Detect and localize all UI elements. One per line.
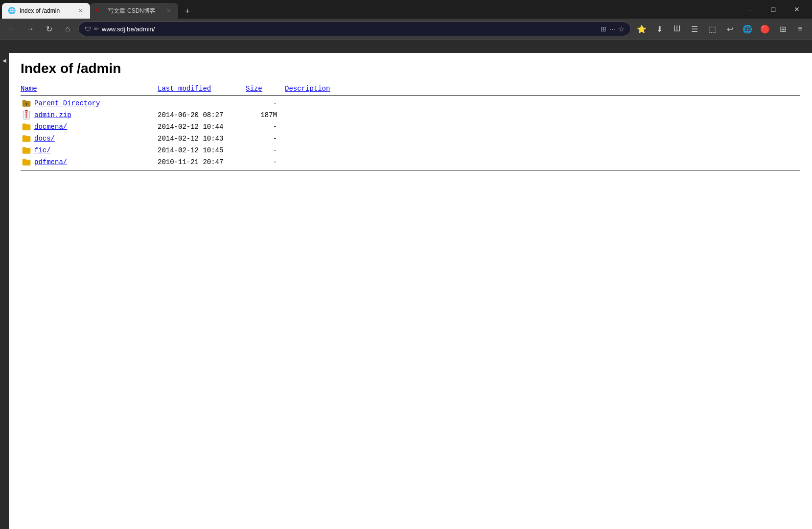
address-bar[interactable]: 🛡 ✏ www.sdj.be/admin/ ⊞ ··· ☆ xyxy=(78,22,631,36)
folder-icon-pdfmena xyxy=(21,157,32,167)
docmena-link[interactable]: docmena/ xyxy=(34,123,67,131)
col-size-header: Size xyxy=(246,84,285,93)
size-sort-link[interactable]: Size xyxy=(246,85,262,93)
adminzip-link[interactable]: admin.zip xyxy=(34,111,71,119)
size-cell-fic: - xyxy=(246,146,285,154)
size-cell-adminzip: 187M xyxy=(246,111,285,119)
sidebar-strip-item-1: ◀ xyxy=(1,57,8,64)
size-cell-docmena: - xyxy=(246,123,285,131)
modified-cell-fic: 2014-02-12 10:45 xyxy=(158,146,246,154)
name-cell-fic: fic/ xyxy=(21,145,158,155)
modified-cell-pdfmena: 2010-11-21 20:47 xyxy=(158,158,246,166)
tab-bar-row: 🌐 Index of /admin ✕ C 写文章-CSDN博客 ✕ + — □… xyxy=(0,0,812,19)
table-row: fic/ 2014-02-12 10:45 - xyxy=(21,144,800,156)
size-cell-parent: - xyxy=(246,99,285,107)
svg-rect-1 xyxy=(25,110,28,112)
zip-file-icon xyxy=(21,110,32,120)
tab-close-admin[interactable]: ✕ xyxy=(76,7,84,15)
qr-icon[interactable]: ⊞ xyxy=(601,25,606,33)
new-tab-button[interactable]: + xyxy=(180,4,195,19)
security-icon: ✏ xyxy=(94,25,99,32)
name-cell-docs: docs/ xyxy=(21,134,158,144)
modified-cell-docs: 2014-02-12 10:43 xyxy=(158,135,246,143)
avatar-icon[interactable]: 🔴 xyxy=(757,21,773,37)
tab-label-csdn: 写文章-CSDN博客 xyxy=(108,7,161,15)
modified-sort-link[interactable]: Last modified xyxy=(158,85,211,93)
svg-rect-3 xyxy=(25,112,27,114)
globe-icon[interactable]: 🌐 xyxy=(740,21,755,37)
screenshot-icon[interactable]: ⬚ xyxy=(704,21,720,37)
folder-icon-fic xyxy=(21,145,32,155)
table-row: admin.zip 2014-06-20 08:27 187M xyxy=(21,109,800,121)
name-cell-docmena: docmena/ xyxy=(21,122,158,132)
name-cell-pdfmena: pdfmena/ xyxy=(21,157,158,167)
back-history-icon[interactable]: ↩ xyxy=(722,21,738,37)
tab-favicon-csdn: C xyxy=(96,7,104,15)
name-cell-adminzip: admin.zip xyxy=(21,110,158,120)
shield-icon: 🛡 xyxy=(85,25,91,33)
svg-rect-5 xyxy=(25,117,27,118)
col-name-header: Name xyxy=(21,84,158,93)
download-icon[interactable]: ⬇ xyxy=(651,21,667,37)
page-wrapper: ◀ Index of /admin Name Last modified Siz… xyxy=(0,53,812,529)
forward-button[interactable]: → xyxy=(23,21,38,37)
svg-rect-4 xyxy=(25,114,27,116)
table-row: docs/ 2014-02-12 10:43 - xyxy=(21,133,800,144)
dir-footer xyxy=(21,170,800,172)
page-title: Index of /admin xyxy=(21,61,800,76)
tabs-section: 🌐 Index of /admin ✕ C 写文章-CSDN博客 ✕ + xyxy=(0,0,739,19)
tab-close-csdn[interactable]: ✕ xyxy=(164,7,172,15)
modified-cell-docmena: 2014-02-12 10:44 xyxy=(158,123,246,131)
docs-link[interactable]: docs/ xyxy=(34,135,55,143)
maximize-button[interactable]: □ xyxy=(762,1,785,17)
name-sort-link[interactable]: Name xyxy=(21,85,37,93)
parent-dir-link[interactable]: Parent Directory xyxy=(34,99,100,107)
table-row: Parent Directory - xyxy=(21,97,800,109)
browser-chrome: 🌐 Index of /admin ✕ C 写文章-CSDN博客 ✕ + — □… xyxy=(0,0,812,53)
page-content: Index of /admin Name Last modified Size … xyxy=(9,53,812,529)
tab-admin[interactable]: 🌐 Index of /admin ✕ xyxy=(2,3,90,19)
col-modified-header: Last modified xyxy=(158,84,246,93)
refresh-button[interactable]: ↻ xyxy=(41,21,57,37)
toolbar-icons: ⭐ ⬇ Ш ☰ ⬚ ↩ 🌐 🔴 ⊞ ≡ xyxy=(634,21,808,37)
directory-listing: Name Last modified Size Description xyxy=(21,84,800,172)
minimize-button[interactable]: — xyxy=(739,1,761,17)
bookmark-bar xyxy=(0,39,812,53)
pdfmena-link[interactable]: pdfmena/ xyxy=(34,158,67,166)
close-button[interactable]: ✕ xyxy=(786,1,808,17)
home-button[interactable]: ⌂ xyxy=(60,21,75,37)
sidebar-icon[interactable]: ☰ xyxy=(687,21,702,37)
url-display: www.sdj.be/admin/ xyxy=(102,25,598,33)
size-cell-docs: - xyxy=(246,135,285,143)
dir-header: Name Last modified Size Description xyxy=(21,84,800,96)
folder-icon-docmena xyxy=(21,122,32,132)
folder-icon-docs xyxy=(21,134,32,144)
sidebar-strip: ◀ xyxy=(0,53,9,529)
desc-sort-link[interactable]: Description xyxy=(285,85,330,93)
modified-cell-adminzip: 2014-06-20 08:27 xyxy=(158,111,246,119)
more-icon[interactable]: ··· xyxy=(609,25,615,33)
tab-label-admin: Index of /admin xyxy=(20,7,72,14)
address-bar-row: ← → ↻ ⌂ 🛡 ✏ www.sdj.be/admin/ ⊞ ··· ☆ ⭐ … xyxy=(0,19,812,39)
tab-favicon-admin: 🌐 xyxy=(8,7,16,15)
col-desc-header: Description xyxy=(285,84,800,93)
customize-icon[interactable]: ⊞ xyxy=(775,21,790,37)
bookmark-icon[interactable]: ☆ xyxy=(618,25,625,33)
back-button[interactable]: ← xyxy=(4,21,20,37)
extensions-icon[interactable]: ⭐ xyxy=(634,21,650,37)
menu-icon[interactable]: ≡ xyxy=(792,21,808,37)
size-cell-pdfmena: - xyxy=(246,158,285,166)
table-row: docmena/ 2014-02-12 10:44 - xyxy=(21,121,800,133)
parent-dir-icon xyxy=(21,98,32,108)
library-icon[interactable]: Ш xyxy=(669,21,685,37)
tab-csdn[interactable]: C 写文章-CSDN博客 ✕ xyxy=(90,3,178,19)
fic-link[interactable]: fic/ xyxy=(34,146,51,154)
table-row: pdfmena/ 2010-11-21 20:47 - xyxy=(21,156,800,168)
name-cell-parent: Parent Directory xyxy=(21,98,158,108)
window-controls: — □ ✕ xyxy=(739,0,812,19)
